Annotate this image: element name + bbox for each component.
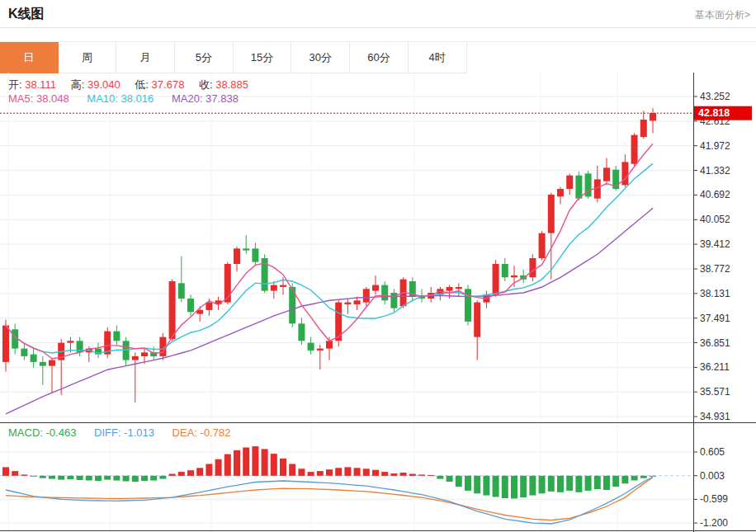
tab-15min[interactable]: 15分 [234,42,292,73]
period-tabs: 日 周 月 5分 15分 30分 60分 4时 [0,41,756,73]
svg-text:36.851: 36.851 [700,337,730,349]
svg-text:39.412: 39.412 [700,238,730,250]
svg-text:41.972: 41.972 [700,140,730,152]
svg-text:37.491: 37.491 [700,313,730,324]
ohlc-readout: 开: 38.111 高: 39.040 低: 37.678 收: 38.885 [8,78,260,92]
ma10-line [6,163,653,353]
tab-day[interactable]: 日 [0,42,59,73]
ma5-line [6,144,653,358]
svg-text:40.052: 40.052 [700,214,730,225]
svg-text:42.818: 42.818 [698,107,730,119]
high-value: 39.040 [87,78,120,91]
tab-5min[interactable]: 5分 [175,42,234,73]
macd-chart[interactable]: 0.6050.003-0.599-1.200 [0,423,756,532]
tab-30min[interactable]: 30分 [291,42,350,73]
candles [2,108,656,403]
svg-text:0.605: 0.605 [700,446,725,458]
tab-week[interactable]: 周 [59,42,117,73]
svg-text:36.211: 36.211 [700,361,730,373]
high-label: 高: [71,78,85,91]
svg-text:38.131: 38.131 [700,288,730,299]
ma20-value: MA20: 37.838 [172,92,239,105]
open-value: 38.111 [25,78,56,91]
ma-readout: MA5: 38.048 MA10: 38.016 MA20: 37.838 [8,92,239,105]
svg-text:38.772: 38.772 [700,263,730,275]
svg-text:35.571: 35.571 [700,386,730,398]
ma5-value: MA5: 38.048 [8,92,69,105]
main-candlestick-chart[interactable]: 43.25242.61241.97241.33240.69240.05239.4… [0,73,756,423]
tab-month[interactable]: 月 [116,42,175,73]
dea-value: DEA: -0.782 [172,426,231,439]
close-label: 收: [199,78,213,91]
kline-page: K线图 基本面分析> 日 周 月 5分 15分 30分 60分 4时 开: 38… [0,0,756,532]
macd-value: MACD: -0.463 [8,426,76,439]
header: K线图 基本面分析> [0,0,756,28]
dea-line [6,478,653,520]
svg-text:-1.200: -1.200 [700,517,728,529]
svg-text:41.332: 41.332 [700,165,730,177]
macd-readout: MACD: -0.463 DIFF: -1.013 DEA: -0.782 [8,426,230,439]
close-value: 38.885 [215,78,248,91]
svg-text:-0.599: -0.599 [700,493,728,505]
macd-bars [2,446,656,498]
tab-60min[interactable]: 60分 [350,42,409,73]
ma10-value: MA10: 38.016 [87,92,154,105]
svg-text:0.003: 0.003 [700,470,725,482]
low-label: 低: [135,78,149,91]
page-title: K线图 [8,6,45,23]
current-price-label: 42.818 [694,106,752,120]
diff-line [6,477,653,524]
open-label: 开: [8,78,22,91]
svg-text:43.252: 43.252 [700,91,730,102]
low-value: 37.678 [152,78,185,91]
diff-value: DIFF: -1.013 [94,426,154,439]
svg-text:34.931: 34.931 [700,411,730,422]
fundamental-analysis-link[interactable]: 基本面分析> [695,8,750,22]
tab-4hour[interactable]: 4时 [409,42,467,73]
svg-text:40.692: 40.692 [700,189,730,200]
